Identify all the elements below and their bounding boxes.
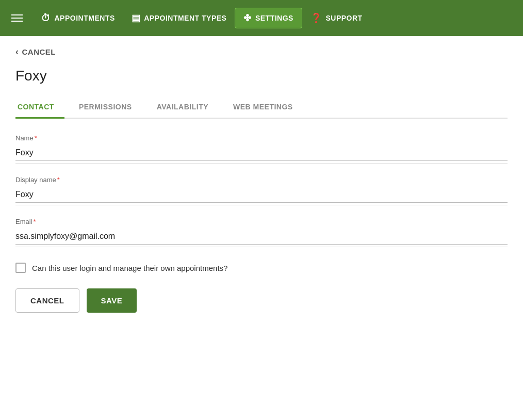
tab-contact[interactable]: CONTACT: [15, 96, 64, 119]
nav-support[interactable]: ❓ SUPPORT: [302, 8, 371, 28]
help-icon: ❓: [310, 12, 322, 24]
email-required: *: [34, 218, 36, 225]
login-checkbox-row: Can this user login and manage their own…: [15, 263, 508, 273]
display-name-input[interactable]: [15, 187, 508, 203]
form-button-row: CANCEL SAVE: [15, 288, 508, 313]
email-field-group: Email*: [15, 218, 508, 247]
back-cancel-link[interactable]: ‹ CANCEL: [15, 46, 56, 57]
name-label: Name*: [15, 134, 508, 142]
cancel-button[interactable]: CANCEL: [15, 288, 79, 313]
email-input[interactable]: [15, 229, 508, 245]
nav-appointment-types[interactable]: ▤ APPOINTMENT TYPES: [123, 8, 235, 28]
login-checkbox[interactable]: [15, 263, 26, 273]
email-label: Email*: [15, 218, 508, 225]
back-cancel-label: CANCEL: [22, 47, 56, 56]
name-required: *: [35, 134, 37, 142]
hamburger-menu[interactable]: [5, 10, 29, 26]
name-input[interactable]: [15, 145, 508, 161]
main-content: ‹ CANCEL Foxy CONTACT PERMISSIONS AVAILA…: [0, 36, 523, 323]
display-name-required: *: [57, 176, 60, 184]
list-icon: ▤: [132, 12, 141, 24]
nav-appointments[interactable]: ⏱ APPOINTMENTS: [33, 9, 123, 28]
settings-icon: ✤: [243, 12, 252, 24]
tabs-bar: CONTACT PERMISSIONS AVAILABILITY WEB MEE…: [15, 96, 508, 119]
login-checkbox-label: Can this user login and manage their own…: [32, 264, 227, 272]
save-button[interactable]: SAVE: [87, 288, 137, 313]
display-name-field-group: Display name*: [15, 176, 508, 205]
tab-web-meetings[interactable]: WEB MEETINGS: [231, 96, 303, 119]
page-title: Foxy: [15, 68, 508, 84]
display-name-label: Display name*: [15, 176, 508, 184]
clock-icon: ⏱: [41, 13, 51, 24]
top-nav: ⏱ APPOINTMENTS ▤ APPOINTMENT TYPES ✤ SET…: [0, 0, 523, 36]
nav-settings[interactable]: ✤ SETTINGS: [235, 8, 302, 28]
chevron-left-icon: ‹: [15, 46, 19, 57]
tab-permissions[interactable]: PERMISSIONS: [77, 96, 142, 119]
name-field-group: Name*: [15, 134, 508, 164]
tab-availability[interactable]: AVAILABILITY: [155, 96, 219, 119]
